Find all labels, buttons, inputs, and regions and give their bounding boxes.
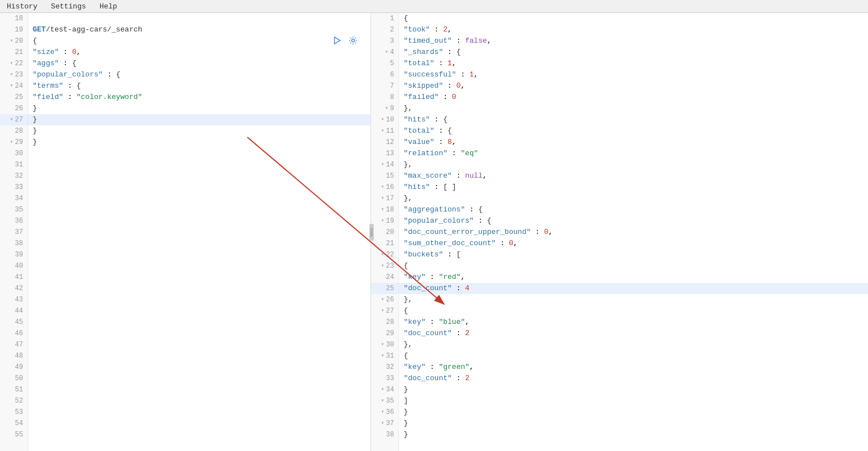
right-line-numbers: 1 2 3 ▾4 5 6 7 8 ▾9 ▾10 ▾11 12 13 ▾14 15…	[371, 13, 399, 451]
menu-bar: History Settings Help	[0, 0, 868, 13]
menu-settings[interactable]: Settings	[49, 1, 88, 12]
right-code-editor: 1 2 3 ▾4 5 6 7 8 ▾9 ▾10 ▾11 12 13 ▾14 15…	[371, 13, 868, 451]
svg-point-1	[352, 39, 355, 42]
menu-help[interactable]: Help	[97, 1, 119, 12]
left-code-content: GET /test-agg-cars/_search { "size" : 0,…	[28, 13, 370, 451]
left-line-numbers: 18 19 ▾20 21 ▾22 ▾23 ▾24 25 26 ▾27 28 ▾2…	[0, 13, 28, 451]
panel-divider[interactable]	[369, 224, 374, 241]
left-code-editor: 18 19 ▾20 21 ▾22 ▾23 ▾24 25 26 ▾27 28 ▾2…	[0, 13, 370, 451]
menu-history[interactable]: History	[4, 1, 40, 12]
settings-icon[interactable]	[347, 34, 359, 47]
run-button[interactable]	[331, 34, 343, 47]
main-container: 18 19 ▾20 21 ▾22 ▾23 ▾24 25 26 ▾27 28 ▾2…	[0, 13, 868, 451]
editor-toolbar	[331, 34, 359, 47]
right-panel: 1 2 3 ▾4 5 6 7 8 ▾9 ▾10 ▾11 12 13 ▾14 15…	[371, 13, 868, 451]
left-panel: 18 19 ▾20 21 ▾22 ▾23 ▾24 25 26 ▾27 28 ▾2…	[0, 13, 371, 451]
svg-marker-0	[334, 37, 340, 44]
right-code-content: { "took" : 2, "timed_out" : false, "_sha…	[399, 13, 868, 451]
